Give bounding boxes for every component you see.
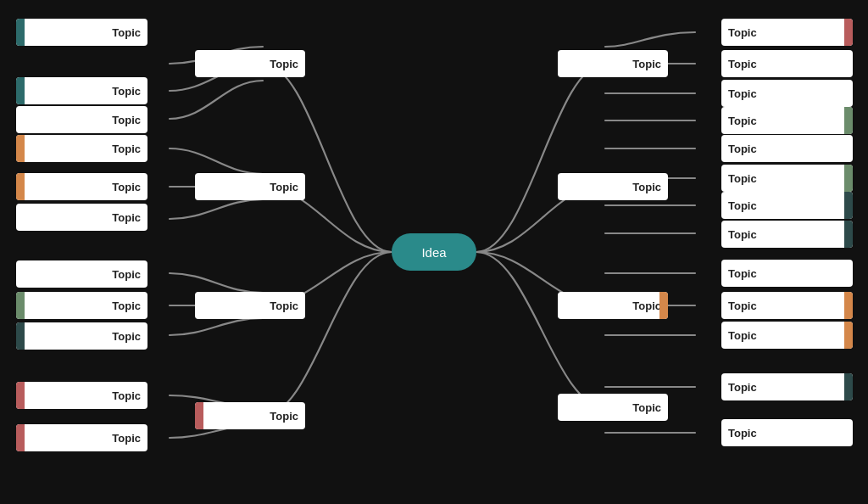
leaf-r4-1-label: Topic [728, 381, 757, 394]
left-mid-1[interactable]: Topic [195, 50, 305, 77]
leaf-r4-1[interactable]: Topic [721, 373, 853, 400]
right-mid-4[interactable]: Topic [558, 394, 668, 421]
right-mid-1-label: Topic [632, 58, 661, 70]
leaf-l2-3-label: Topic [112, 211, 141, 224]
leaf-l4-2-label: Topic [112, 432, 141, 445]
right-mid-2[interactable]: Topic [558, 173, 668, 200]
leaf-r1-3[interactable]: Topic [721, 80, 853, 107]
leaf-r4-2-label: Topic [728, 427, 757, 440]
right-mid-4-label: Topic [632, 401, 661, 414]
leaf-r2-4[interactable]: Topic [721, 221, 853, 248]
leaf-r4-2[interactable]: Topic [721, 419, 853, 446]
leaf-l2-1[interactable]: Topic [16, 135, 147, 162]
left-mid-2-label: Topic [270, 181, 298, 193]
leaf-r3-1[interactable]: Topic [721, 260, 853, 287]
left-mid-1-label: Topic [270, 58, 298, 70]
leaf-r3-3-label: Topic [728, 329, 757, 342]
leaf-l4-1-label: Topic [112, 389, 141, 402]
leaf-r2-4-label: Topic [728, 228, 757, 241]
leaf-l1-3[interactable]: Topic [16, 106, 147, 133]
leaf-r2-1-label: Topic [728, 143, 757, 155]
leaf-r1-1[interactable]: Topic [721, 19, 853, 46]
leaf-r1-4[interactable]: Topic [721, 107, 853, 134]
leaf-l1-3-label: Topic [112, 114, 141, 126]
right-mid-3[interactable]: Topic [558, 292, 668, 319]
left-mid-2[interactable]: Topic [195, 173, 305, 200]
leaf-l2-2[interactable]: Topic [16, 173, 147, 200]
left-mid-4[interactable]: Topic [195, 402, 305, 429]
leaf-r2-1[interactable]: Topic [721, 135, 853, 162]
leaf-l3-1-label: Topic [112, 268, 141, 281]
leaf-l2-2-label: Topic [112, 181, 141, 193]
leaf-r2-3[interactable]: Topic [721, 192, 853, 219]
left-mid-4-label: Topic [270, 410, 298, 423]
leaf-l1-1-label: Topic [112, 26, 141, 39]
left-mid-3-label: Topic [270, 300, 298, 312]
leaf-l1-2-label: Topic [112, 85, 141, 98]
right-mid-1[interactable]: Topic [558, 50, 668, 77]
leaf-l2-1-label: Topic [112, 143, 141, 155]
leaf-l3-2-label: Topic [112, 300, 141, 312]
leaf-r2-3-label: Topic [728, 199, 757, 212]
leaf-r3-3[interactable]: Topic [721, 322, 853, 349]
leaf-l4-1[interactable]: Topic [16, 382, 147, 409]
leaf-l3-3-label: Topic [112, 330, 141, 343]
right-mid-2-label: Topic [632, 181, 661, 193]
leaf-r1-2-label: Topic [728, 58, 757, 70]
leaf-r2-2[interactable]: Topic [721, 165, 853, 192]
left-mid-3[interactable]: Topic [195, 292, 305, 319]
leaf-r1-1-label: Topic [728, 26, 757, 39]
center-label: Idea [421, 245, 446, 260]
center-node[interactable]: Idea [392, 233, 476, 271]
leaf-l3-1[interactable]: Topic [16, 260, 147, 288]
leaf-r1-3-label: Topic [728, 87, 757, 100]
right-mid-3-label: Topic [632, 300, 661, 312]
leaf-l1-1[interactable]: Topic [16, 19, 147, 46]
leaf-l1-2[interactable]: Topic [16, 77, 147, 104]
leaf-r3-1-label: Topic [728, 267, 757, 280]
leaf-l3-2[interactable]: Topic [16, 292, 147, 319]
leaf-l2-3[interactable]: Topic [16, 204, 147, 231]
leaf-l3-3[interactable]: Topic [16, 322, 147, 350]
leaf-r2-2-label: Topic [728, 172, 757, 185]
leaf-r1-2[interactable]: Topic [721, 50, 853, 77]
leaf-r3-2[interactable]: Topic [721, 292, 853, 319]
leaf-l4-2[interactable]: Topic [16, 424, 147, 451]
leaf-r1-4-label: Topic [728, 115, 757, 127]
leaf-r3-2-label: Topic [728, 300, 757, 312]
